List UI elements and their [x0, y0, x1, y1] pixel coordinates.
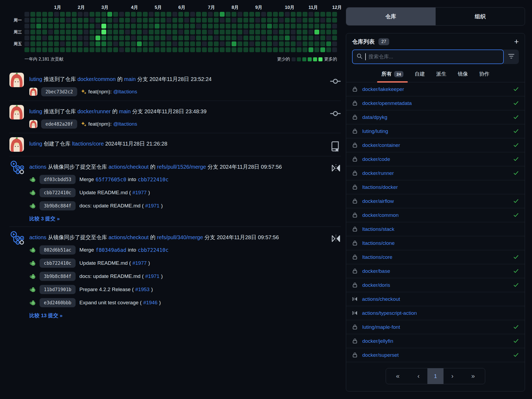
- commit-message: Merge f80349a6ad into cbb722410c: [79, 247, 168, 253]
- heatmap-cell: [255, 41, 260, 46]
- repo-link[interactable]: ltactions/core: [362, 254, 392, 260]
- commit-hash-badge[interactable]: cbb722410c: [40, 259, 76, 268]
- heatmap-cell: [131, 24, 136, 29]
- heatmap-cell: [36, 12, 41, 17]
- repo-search-input[interactable]: 搜索仓库...: [352, 50, 504, 64]
- feed-link[interactable]: actions/checkout: [109, 234, 149, 240]
- filter-tab-派生[interactable]: 派生: [436, 70, 446, 82]
- heatmap-cell: [297, 36, 302, 40]
- filter-tab-自建[interactable]: 自建: [415, 70, 425, 82]
- repo-link[interactable]: docker/openmetadata: [362, 100, 412, 106]
- heatmap-cell: [332, 12, 337, 17]
- feed-link[interactable]: actions: [29, 234, 46, 240]
- pagination-prev[interactable]: ‹: [410, 368, 427, 384]
- commit-hash-badge[interactable]: 3b9b8c884f: [40, 272, 76, 281]
- heatmap-cell: [119, 18, 124, 23]
- feed-link[interactable]: refs/pull/1526/merge: [157, 164, 206, 170]
- heatmap-cell: [297, 12, 302, 17]
- feed-link[interactable]: cbb722410c: [138, 176, 168, 182]
- actions-avatar[interactable]: [9, 231, 24, 245]
- heatmap-cell: [291, 36, 296, 40]
- actions-avatar[interactable]: [9, 160, 24, 175]
- filter-tab-所有[interactable]: 所有24: [381, 70, 403, 82]
- user-avatar[interactable]: [9, 137, 24, 152]
- repo-link[interactable]: actions/checkout: [362, 296, 400, 302]
- tab-organizations[interactable]: 组织: [435, 8, 525, 25]
- feed-link[interactable]: #1953: [135, 287, 150, 292]
- feed-link[interactable]: luting: [29, 76, 42, 82]
- feed-link[interactable]: #1977: [132, 190, 147, 196]
- feed-link[interactable]: actions: [29, 164, 46, 170]
- repo-link[interactable]: docker/common: [362, 212, 399, 218]
- repo-link[interactable]: ltactions/clone: [362, 240, 395, 246]
- feed-link[interactable]: @ltactions: [113, 121, 137, 127]
- feed-link[interactable]: main: [124, 76, 136, 82]
- heatmap-cell: [84, 24, 88, 29]
- lock-icon: [352, 352, 358, 358]
- feed-link[interactable]: #1977: [132, 260, 147, 266]
- commit-hash-badge[interactable]: 11bd71901b: [40, 285, 76, 294]
- commit-hash-badge[interactable]: ede482a20f: [41, 119, 77, 129]
- commit-hash-badge[interactable]: 2bec73d2c2: [41, 87, 77, 96]
- repo-link[interactable]: data/dpykg: [362, 114, 387, 120]
- feed-link[interactable]: luting: [29, 108, 42, 114]
- feed-link[interactable]: actions/checkout: [109, 164, 149, 170]
- commit-hash-badge[interactable]: cbb722410c: [40, 188, 76, 197]
- repo-link[interactable]: docker/lakekeeper: [362, 86, 404, 92]
- repo-link[interactable]: docker/container: [362, 142, 400, 148]
- add-repo-button[interactable]: +: [514, 38, 519, 45]
- tab-repositories[interactable]: 仓库: [346, 8, 435, 25]
- repo-link[interactable]: docker/superset: [362, 352, 399, 358]
- repo-link[interactable]: ltactions/stack: [362, 226, 394, 232]
- heatmap-cell: [60, 41, 65, 46]
- pagination-next[interactable]: ›: [444, 368, 461, 384]
- user-avatar[interactable]: [9, 105, 24, 119]
- commit-hash-badge[interactable]: 802d6b51ac: [40, 245, 76, 255]
- pagination-last[interactable]: »: [461, 368, 485, 384]
- feed-link[interactable]: docker/common: [77, 76, 116, 82]
- feed-link[interactable]: ltactions/core: [72, 141, 104, 147]
- commit-hash-badge[interactable]: e3d2460bbb: [40, 298, 76, 307]
- repo-link[interactable]: docker/doris: [362, 282, 390, 288]
- check-icon: [513, 198, 519, 204]
- repo-link[interactable]: ltactions/docker: [362, 184, 398, 190]
- heatmap-month-label: 10月: [285, 4, 295, 10]
- repo-link[interactable]: actions/typescript-action: [362, 310, 417, 316]
- filter-tab-镜像[interactable]: 镜像: [458, 70, 468, 82]
- heatmap-cell: [308, 18, 313, 23]
- repo-link[interactable]: docker/airflow: [362, 198, 394, 204]
- heatmap-legend-swatch: [313, 57, 317, 61]
- filter-tab-协作[interactable]: 协作: [479, 70, 490, 82]
- feed-link[interactable]: #1971: [145, 273, 159, 279]
- repo-link[interactable]: docker/code: [362, 156, 390, 162]
- heatmap-cell: [125, 47, 130, 52]
- feed-link[interactable]: main: [119, 108, 130, 114]
- repo-link[interactable]: docker/runner: [362, 170, 394, 176]
- repo-link[interactable]: docker/base: [362, 268, 390, 274]
- feed-link[interactable]: cbb722410c: [138, 247, 168, 253]
- feed-link[interactable]: #1971: [145, 203, 159, 209]
- feed-link[interactable]: docker/runner: [77, 108, 111, 114]
- compare-commits-link[interactable]: 比较 3 提交 »: [29, 215, 60, 222]
- feed-link[interactable]: #1946: [143, 300, 158, 306]
- feed-link[interactable]: luting: [29, 141, 42, 147]
- commit-row: 3b9b8c884fdocs: update README.md (#1971): [29, 201, 318, 210]
- feed-link[interactable]: f80349a6ad: [95, 247, 126, 253]
- pagination-first[interactable]: «: [386, 368, 410, 384]
- heatmap-cell: [297, 24, 302, 29]
- user-avatar[interactable]: [9, 73, 24, 87]
- feed-link[interactable]: @ltactions: [113, 89, 137, 95]
- repo-link[interactable]: luting/luting: [362, 128, 388, 134]
- heatmap-cell: [60, 24, 65, 29]
- heatmap-cell: [261, 12, 266, 17]
- feed-link[interactable]: refs/pull/340/merge: [157, 234, 203, 240]
- commit-hash-badge[interactable]: 3b9b8c884f: [40, 201, 76, 210]
- repo-link[interactable]: docker/jellyfin: [362, 338, 393, 344]
- repo-link[interactable]: luting/maple-font: [362, 324, 400, 330]
- compare-commits-link[interactable]: 比较 13 提交 »: [29, 312, 63, 319]
- heatmap-cell: [84, 36, 88, 40]
- search-filter-button[interactable]: [504, 50, 519, 64]
- feed-link[interactable]: 65f77605c0: [95, 176, 126, 182]
- commit-hash-badge[interactable]: df03cbdd53: [40, 175, 76, 184]
- feed-item-header: actions 从镜像同步了提交至仓库 actions/checkout 的 r…: [29, 233, 318, 241]
